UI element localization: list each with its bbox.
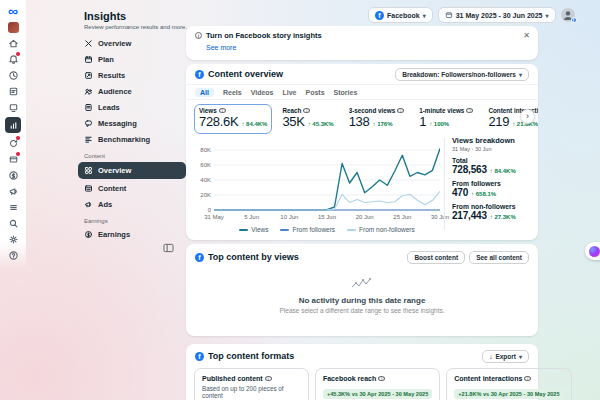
boost-content-button[interactable]: Boost content bbox=[407, 251, 465, 264]
info-icon: i bbox=[466, 108, 473, 113]
app-rail: ∞ bbox=[0, 0, 26, 268]
legend-from-followers[interactable]: From followers bbox=[280, 226, 335, 233]
planner-icon[interactable] bbox=[6, 69, 20, 81]
section-title: Top content by views bbox=[208, 252, 299, 262]
sidebar-item-plan[interactable]: Plan bbox=[84, 52, 182, 67]
section-title: Content overview bbox=[208, 69, 283, 79]
legend-from-non-followers[interactable]: From non-followers bbox=[347, 226, 415, 233]
settings-icon[interactable] bbox=[6, 233, 20, 245]
meta-logo-icon[interactable]: ∞ bbox=[6, 5, 20, 17]
results-icon bbox=[84, 71, 93, 80]
see-more-link[interactable]: See more bbox=[206, 44, 529, 51]
facebook-badge-icon: f bbox=[571, 17, 577, 23]
top-formats-card: f Top content formats ↓ Export ▾ Publish… bbox=[186, 344, 538, 400]
change-badge: +45.3K% vs 30 Apr 2025 - 30 May 2025 bbox=[323, 389, 432, 399]
content-list-icon bbox=[84, 184, 93, 193]
export-button[interactable]: ↓ Export ▾ bbox=[482, 350, 529, 363]
sidebar-item-overview[interactable]: Overview bbox=[84, 36, 182, 51]
tab-videos[interactable]: Videos bbox=[251, 89, 274, 96]
close-icon[interactable]: ✕ bbox=[523, 32, 530, 40]
facebook-icon: f bbox=[375, 11, 384, 20]
profile-avatar[interactable]: f bbox=[561, 8, 575, 22]
home-icon[interactable] bbox=[6, 37, 20, 49]
monetization-icon[interactable] bbox=[6, 169, 20, 181]
facebook-reach-card[interactable]: Facebook reachi +45.3K% vs 30 Apr 2025 -… bbox=[315, 368, 440, 400]
sidebar-item-leads[interactable]: Leads bbox=[84, 100, 182, 115]
sidebar-item-messaging[interactable]: Messaging bbox=[84, 116, 182, 131]
help-icon[interactable] bbox=[6, 249, 20, 261]
chevron-down-icon: ▾ bbox=[519, 353, 522, 360]
nav-section-content: Content bbox=[84, 153, 182, 159]
all-tools-icon[interactable] bbox=[6, 201, 20, 213]
tab-posts[interactable]: Posts bbox=[305, 89, 324, 96]
next-metrics-button[interactable]: › bbox=[520, 109, 535, 124]
search-icon[interactable] bbox=[6, 217, 20, 229]
content-interactions-card[interactable]: Content interactionsi +21.8K% vs 30 Apr … bbox=[446, 368, 571, 400]
info-icon: i bbox=[524, 376, 531, 381]
change-badge: +21.8K% vs 30 Apr 2025 - 30 May 2025 bbox=[454, 389, 563, 399]
breakdown-from-followers: 470↑ 658.1% bbox=[452, 187, 532, 198]
info-icon: i bbox=[219, 108, 226, 113]
facebook-icon: f bbox=[195, 352, 204, 361]
leads-icon bbox=[84, 103, 93, 112]
content-icon[interactable] bbox=[6, 85, 20, 97]
chart-legend: Views From followers From non-followers bbox=[214, 226, 440, 233]
sidebar-collapse-icon[interactable] bbox=[163, 239, 174, 249]
see-all-content-button[interactable]: See all content bbox=[469, 251, 529, 264]
marketing-icon[interactable] bbox=[6, 185, 20, 197]
views-breakdown-panel: Views breakdown 31 May - 30 Jun Total 72… bbox=[452, 136, 532, 221]
audience-icon bbox=[84, 87, 93, 96]
sidebar-item-benchmarking[interactable]: Benchmarking bbox=[84, 132, 182, 147]
info-icon: i bbox=[265, 376, 272, 381]
page-subtitle: Review performance results and more. bbox=[84, 24, 187, 30]
sidebar-item-audience[interactable]: Audience bbox=[84, 84, 182, 99]
info-icon: i bbox=[303, 108, 310, 113]
sidebar-item-ads[interactable]: Ads bbox=[84, 197, 182, 212]
info-icon: i bbox=[378, 376, 385, 381]
meta-ai-button[interactable] bbox=[585, 242, 600, 260]
plan-icon bbox=[84, 55, 93, 64]
download-icon: ↓ bbox=[489, 353, 492, 360]
metric-views[interactable]: Viewsi 728.6K↑ 84.4K% bbox=[194, 104, 272, 134]
benchmarking-icon bbox=[84, 135, 93, 144]
tab-stories[interactable]: Stories bbox=[334, 89, 358, 96]
story-insights-banner: i Turn on Facebook story insights See mo… bbox=[186, 26, 538, 60]
metric-3-second-views[interactable]: 3-second viewsi 138↑ 176% bbox=[344, 104, 410, 134]
insights-icon[interactable] bbox=[5, 117, 21, 133]
automations-icon[interactable] bbox=[6, 137, 20, 149]
info-icon: i bbox=[195, 32, 202, 39]
metrics-row: Viewsi 728.6K↑ 84.4K% Reachi 35K↑ 45.3K%… bbox=[186, 100, 538, 134]
tab-all[interactable]: All bbox=[195, 88, 214, 97]
messaging-icon bbox=[84, 119, 93, 128]
top-content-card: f Top content by views Boost content See… bbox=[186, 244, 538, 336]
tab-reels[interactable]: Reels bbox=[223, 89, 242, 96]
sidebar-item-content[interactable]: Content bbox=[84, 181, 182, 196]
top-bar: f Facebook ▾ 31 May 2025 - 30 Jun 2025 ▾… bbox=[368, 7, 575, 23]
facebook-icon: f bbox=[195, 70, 204, 79]
tab-live[interactable]: Live bbox=[282, 89, 296, 96]
breakdown-selector[interactable]: Breakdown: Followers/non-followers ▾ bbox=[395, 68, 529, 81]
platform-selector[interactable]: f Facebook ▾ bbox=[368, 7, 433, 23]
breakdown-from-non-followers: 217,443↑ 27.3K% bbox=[452, 210, 532, 221]
metric-reach[interactable]: Reachi 35K↑ 45.3K% bbox=[277, 104, 338, 134]
format-tabs: All Reels Videos Live Posts Stories bbox=[186, 85, 538, 100]
breakdown-total: 728,563↑ 84.4K% bbox=[452, 164, 532, 175]
content-overview-icon bbox=[84, 166, 93, 175]
info-icon: i bbox=[397, 108, 404, 113]
ad-center-icon[interactable] bbox=[6, 153, 20, 165]
published-content-card[interactable]: Published contenti Based on up to 200 pi… bbox=[194, 368, 309, 400]
date-range-selector[interactable]: 31 May 2025 - 30 Jun 2025 ▾ bbox=[438, 7, 556, 23]
empty-state: No activity during this date range Pleas… bbox=[186, 276, 538, 314]
sidebar-item-content-overview[interactable]: Overview bbox=[78, 162, 186, 179]
facebook-icon: f bbox=[195, 253, 204, 262]
banner-title: Turn on Facebook story insights bbox=[206, 31, 322, 40]
content-overview-card: f Content overview Breakdown: Followers/… bbox=[186, 64, 538, 240]
ads-manager-icon[interactable] bbox=[6, 101, 20, 113]
chevron-down-icon: ▾ bbox=[519, 71, 522, 78]
metric-1-minute-views[interactable]: 1-minute viewsi 1↑ 100% bbox=[414, 104, 478, 134]
legend-views[interactable]: Views bbox=[239, 226, 268, 233]
ads-icon bbox=[84, 200, 93, 209]
sidebar-item-results[interactable]: Results bbox=[84, 68, 182, 83]
page-avatar[interactable] bbox=[6, 21, 20, 33]
notifications-icon[interactable] bbox=[6, 53, 20, 65]
